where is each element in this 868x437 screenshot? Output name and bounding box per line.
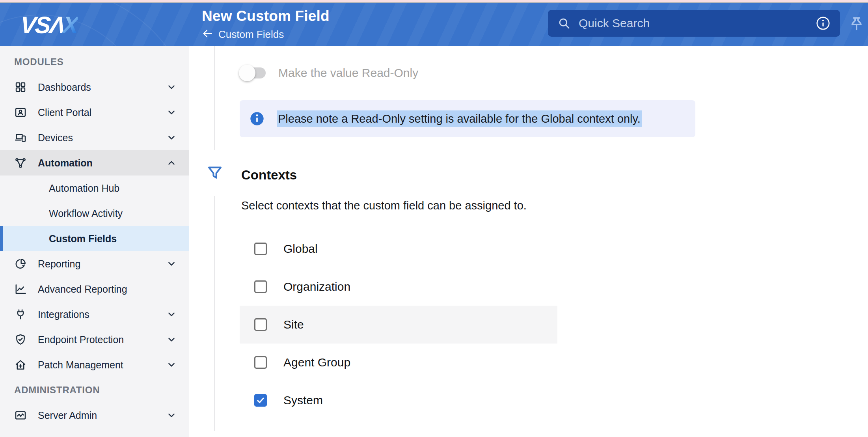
vsax-logo[interactable]: VSΛX [20, 11, 78, 39]
sidebar-item-devices[interactable]: Devices [0, 125, 189, 150]
context-option-label: Global [283, 242, 318, 256]
sidebar-section-label-administration: ADMINISTRATION [0, 377, 189, 403]
info-banner: Please note a Read-Only setting is avail… [240, 100, 695, 137]
sidebar-item-client-portal[interactable]: Client Portal [0, 100, 189, 125]
back-arrow-icon[interactable] [202, 28, 213, 41]
sidebar-item-advanced-reporting[interactable]: Advanced Reporting [0, 276, 189, 302]
chevron-up-icon[interactable] [166, 158, 177, 168]
contexts-description: Select contexts that the custom field ca… [241, 199, 527, 212]
reporting-icon [14, 258, 27, 270]
info-icon [249, 111, 265, 127]
chevron-down-icon[interactable] [166, 309, 177, 319]
search-placeholder: Quick Search [579, 17, 816, 30]
contexts-heading: Contexts [241, 168, 297, 183]
section-rail [214, 196, 215, 431]
context-option-label: Organization [283, 280, 350, 293]
sidebar-item-label: Custom Fields [49, 233, 117, 245]
sidebar-item-custom-fields[interactable]: Custom Fields [0, 226, 189, 251]
sidebar-nav: MODULESDashboardsClient PortalDevicesAut… [0, 46, 189, 437]
checkbox-organization[interactable] [254, 280, 267, 293]
search-icon [557, 17, 571, 30]
search-info-icon[interactable] [816, 16, 831, 31]
integrations-icon [14, 308, 27, 321]
chevron-down-icon[interactable] [166, 133, 177, 143]
readonly-toggle-label: Make the value Read-Only [278, 66, 418, 80]
context-option-organization[interactable]: Organization [240, 268, 557, 306]
sidebar-item-patch-management[interactable]: Patch Management [0, 352, 189, 377]
main-content: Make the value Read-Only Please note a R… [189, 46, 868, 437]
app-header: VSΛX New Custom Field Custom Fields Quic… [0, 3, 868, 46]
readonly-toggle-row: Make the value Read-Only [239, 62, 418, 84]
context-option-label: System [283, 394, 323, 407]
sidebar-item-automation-hub[interactable]: Automation Hub [0, 176, 189, 201]
sidebar-item-reporting[interactable]: Reporting [0, 251, 189, 276]
context-option-system[interactable]: System [240, 381, 557, 419]
checkbox-global[interactable] [254, 243, 267, 255]
sidebar-item-label: Endpoint Protection [38, 334, 124, 345]
sidebar-item-label: Server Admin [38, 410, 97, 421]
sidebar-item-label: Automation [38, 157, 93, 169]
automation-icon [14, 157, 27, 169]
sidebar-item-partial[interactable] [0, 428, 189, 437]
devices-icon [14, 131, 27, 144]
header-titles: New Custom Field Custom Fields [202, 8, 330, 41]
checkbox-agent-group[interactable] [254, 356, 267, 369]
sidebar-item-label: Automation Hub [49, 183, 119, 194]
advanced-reporting-icon [14, 283, 27, 295]
info-banner-text: Please note a Read-Only setting is avail… [277, 112, 642, 125]
dashboards-icon [14, 81, 27, 93]
sidebar-item-label: Reporting [38, 258, 80, 270]
sidebar-item-integrations[interactable]: Integrations [0, 302, 189, 327]
selected-text: Please note a Read-Only setting is avail… [277, 110, 642, 127]
breadcrumb[interactable]: Custom Fields [202, 28, 330, 41]
patch-management-icon [14, 359, 27, 371]
sidebar-item-label: Patch Management [38, 359, 123, 371]
section-rail [214, 46, 215, 150]
server-admin-icon [14, 409, 27, 422]
context-option-site[interactable]: Site [240, 306, 557, 344]
sidebar-item-label: Advanced Reporting [38, 284, 127, 295]
partial-icon [14, 434, 27, 437]
checkbox-site[interactable] [254, 318, 267, 331]
filter-icon [205, 164, 224, 183]
toggle-thumb[interactable] [239, 65, 255, 81]
chevron-down-icon[interactable] [166, 107, 177, 118]
chevron-down-icon[interactable] [166, 259, 177, 269]
context-option-label: Site [283, 318, 304, 331]
quick-search-input[interactable]: Quick Search [548, 10, 840, 37]
sidebar-item-label: Integrations [38, 309, 89, 320]
chevron-down-icon[interactable] [166, 82, 177, 92]
client-portal-icon [14, 106, 27, 119]
sidebar-item-label: Dashboards [38, 82, 91, 93]
endpoint-protection-icon [14, 333, 27, 346]
breadcrumb-label[interactable]: Custom Fields [218, 28, 284, 41]
readonly-toggle[interactable] [239, 62, 268, 84]
context-option-agent-group[interactable]: Agent Group [240, 344, 557, 381]
chevron-down-icon[interactable] [166, 410, 177, 420]
sidebar-item-label: Client Portal [38, 107, 91, 118]
page-title: New Custom Field [202, 8, 330, 24]
sidebar-item-server-admin[interactable]: Server Admin [0, 403, 189, 428]
sidebar-item-label: Workflow Activity [49, 208, 123, 219]
chevron-down-icon[interactable] [166, 334, 177, 345]
sidebar-item-automation[interactable]: Automation [0, 150, 189, 176]
contexts-option-list: GlobalOrganizationSiteAgent GroupSystem [240, 230, 557, 419]
context-option-label: Agent Group [283, 356, 350, 369]
checkbox-system[interactable] [254, 394, 267, 407]
chevron-down-icon[interactable] [166, 360, 177, 370]
pin-sidebar-icon[interactable] [848, 15, 866, 33]
app-root: VSΛX New Custom Field Custom Fields Quic… [0, 0, 868, 437]
sidebar-item-endpoint-protection[interactable]: Endpoint Protection [0, 327, 189, 352]
sidebar-section-label-modules: MODULES [0, 49, 189, 75]
context-option-global[interactable]: Global [240, 230, 557, 268]
sidebar-item-label: Devices [38, 132, 73, 144]
sidebar-item-dashboards[interactable]: Dashboards [0, 75, 189, 100]
sidebar-item-workflow-activity[interactable]: Workflow Activity [0, 201, 189, 226]
